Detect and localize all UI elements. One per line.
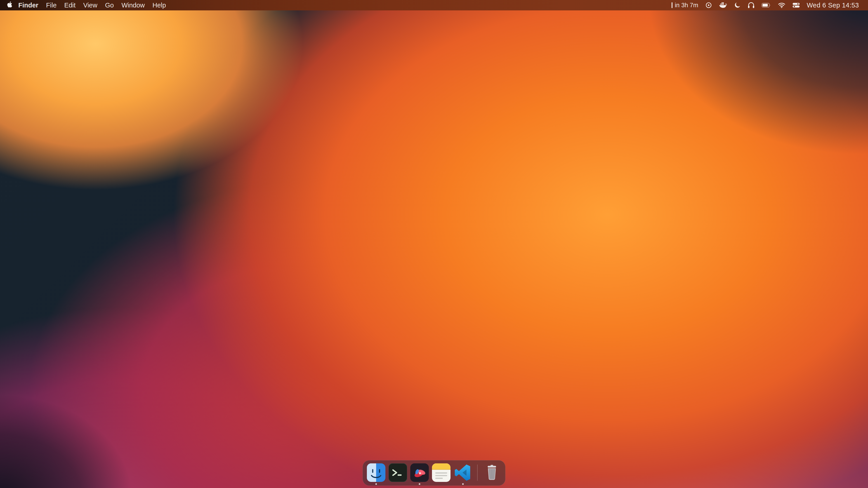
dock-trash[interactable] [483,463,501,482]
menu-bar-status-area: in 3h 7m [672,0,868,10]
headphones-icon [747,2,755,8]
moon-focus-icon [734,2,741,8]
dock-app-finder[interactable] [367,463,385,482]
dock [363,460,505,486]
battery-icon [762,3,771,8]
desktop-wallpaper [0,0,868,488]
dock-app-terminal[interactable] [389,463,407,482]
running-indicator [375,483,377,485]
wifi-status[interactable] [778,0,785,10]
docker-status[interactable] [719,0,727,10]
media-app-icon [410,463,429,482]
trash-icon [483,463,501,482]
timer-remaining-label: in 3h 7m [675,2,698,9]
control-center-status[interactable] [792,0,800,10]
battery-status[interactable] [762,0,771,10]
menu-edit[interactable]: Edit [60,0,79,10]
dock-app-vscode[interactable] [454,463,472,482]
menu-help[interactable]: Help [149,0,170,10]
timer-status[interactable]: in 3h 7m [672,0,698,10]
finder-icon [367,463,385,482]
menu-window[interactable]: Window [118,0,149,10]
dock-app-notes[interactable] [432,463,451,482]
docker-whale-icon [719,2,727,8]
apple-menu[interactable] [5,0,14,10]
menu-file[interactable]: File [42,0,61,10]
dock-divider [477,464,477,481]
menu-bar-left: Finder File Edit View Go Window Help [0,0,170,10]
audio-status[interactable] [747,0,755,10]
dock-app-media[interactable] [410,463,429,482]
terminal-icon [389,463,407,482]
menu-go[interactable]: Go [101,0,118,10]
apple-logo-icon [6,1,13,10]
ring-icon [705,2,712,9]
notes-icon [432,463,451,482]
running-indicator [462,483,464,485]
menu-bar-clock[interactable]: Wed 6 Sep 14:53 [807,0,859,10]
wifi-icon [778,2,785,8]
vscode-icon [454,463,472,482]
ring-status[interactable] [705,0,712,10]
menu-app-name[interactable]: Finder [14,0,42,10]
menu-bar: Finder File Edit View Go Window Help in … [0,0,868,10]
timer-separator-bar-icon [672,2,673,8]
running-indicator [419,483,421,485]
menu-view[interactable]: View [79,0,101,10]
focus-status[interactable] [734,0,741,10]
control-center-icon [792,2,800,8]
